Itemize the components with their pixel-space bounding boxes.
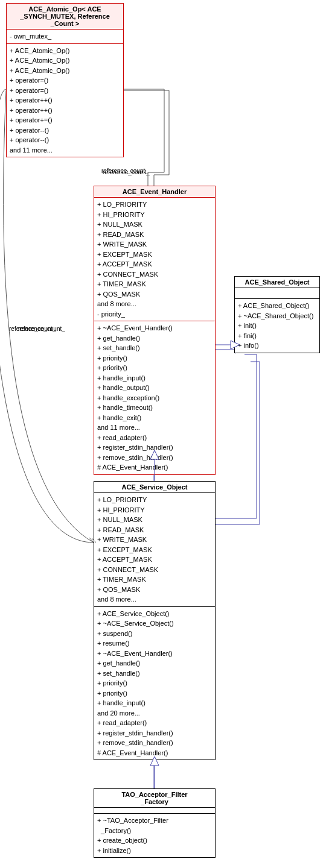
- box-tao-factory: TAO_Acceptor_Filter_Factory + ~TAO_Accep…: [94, 788, 216, 858]
- box-tao-factory-empty: [94, 808, 215, 814]
- box-shared-object: ACE_Shared_Object + ACE_Shared_Object() …: [234, 276, 320, 353]
- ref-count-label-top: reference_count_: [101, 168, 149, 174]
- box-event-handler-methods: + ~ACE_Event_Handler() + get_handle() + …: [94, 321, 215, 474]
- box-atomic-op: ACE_Atomic_Op< ACE_SYNCH_MUTEX, Referenc…: [6, 3, 124, 157]
- box-service-object-methods: + ACE_Service_Object() + ~ACE_Service_Ob…: [94, 607, 215, 760]
- diagram-container: reference_count_ reference_count_ ACE_At…: [0, 0, 326, 868]
- svg-line-26: [89, 538, 94, 542]
- box-event-handler: ACE_Event_Handler + LO_PRIORITY + HI_PRI…: [94, 186, 216, 475]
- box-tao-factory-methods: + ~TAO_Acceptor_Filter _Factory() + crea…: [94, 814, 215, 857]
- box-service-object: ACE_Service_Object + LO_PRIORITY + HI_PR…: [94, 481, 216, 760]
- ref-count-label-left: reference_count_: [18, 326, 65, 332]
- box-atomic-op-title: ACE_Atomic_Op< ACE_SYNCH_MUTEX, Referenc…: [7, 4, 123, 30]
- box-shared-object-methods: + ACE_Shared_Object() + ~ACE_Shared_Obje…: [235, 299, 319, 353]
- box-atomic-op-methods: + ACE_Atomic_Op() + ACE_Atomic_Op() + AC…: [7, 44, 123, 157]
- box-service-object-title: ACE_Service_Object: [94, 482, 215, 493]
- box-service-object-constants: + LO_PRIORITY + HI_PRIORITY + NULL_MASK …: [94, 493, 215, 607]
- box-shared-object-empty: [235, 288, 319, 299]
- box-event-handler-constants: + LO_PRIORITY + HI_PRIORITY + NULL_MASK …: [94, 198, 215, 321]
- box-shared-object-title: ACE_Shared_Object: [235, 277, 319, 288]
- box-tao-factory-title: TAO_Acceptor_Filter_Factory: [94, 789, 215, 808]
- box-event-handler-title: ACE_Event_Handler: [94, 186, 215, 198]
- box-atomic-op-fields: - own_mutex_: [7, 30, 123, 44]
